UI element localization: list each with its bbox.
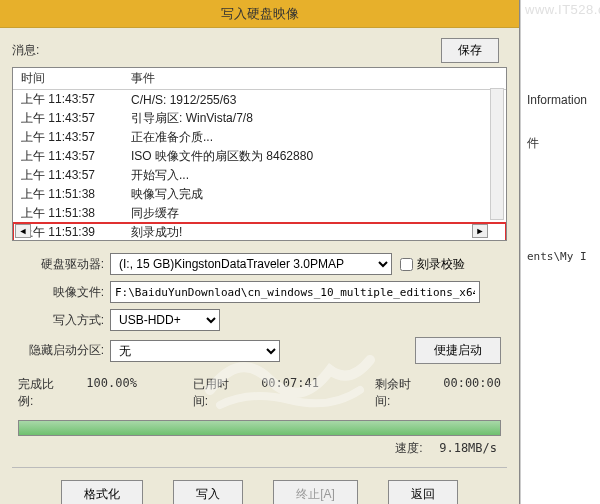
- write-mode-select[interactable]: USB-HDD+: [110, 309, 220, 331]
- drive-select[interactable]: (I:, 15 GB)KingstonDataTraveler 3.0PMAP: [110, 253, 392, 275]
- label-speed: 速度:: [395, 441, 422, 455]
- label-hidden-partition: 隐藏启动分区:: [18, 342, 110, 359]
- label-remain: 剩余时间:: [375, 376, 417, 410]
- log-row: 上午 11:51:38同步缓存: [13, 204, 506, 223]
- col-event[interactable]: 事件: [123, 68, 506, 90]
- progress-bar: [18, 420, 501, 436]
- write-disk-image-dialog: 写入硬盘映像 消息: 保存 时间 事件 上午 11:43:57C/H/S: 19…: [0, 0, 520, 504]
- speed-value: 9.18MB/s: [439, 441, 497, 455]
- verify-checkbox-input[interactable]: [400, 258, 413, 271]
- side-path-text: ents\My I: [521, 246, 600, 267]
- col-time[interactable]: 时间: [13, 68, 123, 90]
- label-elapsed: 已用时间:: [193, 376, 235, 410]
- easy-boot-button[interactable]: 便捷启动: [415, 337, 501, 364]
- done-value: 100.00%: [86, 376, 137, 410]
- label-done: 完成比例:: [18, 376, 60, 410]
- write-button[interactable]: 写入: [173, 480, 243, 504]
- image-file-field[interactable]: [110, 281, 480, 303]
- save-button[interactable]: 保存: [441, 38, 499, 63]
- format-button[interactable]: 格式化: [61, 480, 143, 504]
- scroll-left-icon[interactable]: ◄: [15, 224, 31, 238]
- log-row: 上午 11:43:57开始写入...: [13, 166, 506, 185]
- vertical-scrollbar[interactable]: [490, 88, 504, 220]
- log-row: 上午 11:43:57ISO 映像文件的扇区数为 8462880: [13, 147, 506, 166]
- message-label: 消息:: [12, 42, 39, 59]
- dialog-title: 写入硬盘映像: [0, 0, 519, 28]
- abort-button[interactable]: 终止[A]: [273, 480, 358, 504]
- side-suffix-text: 件: [521, 131, 600, 156]
- log-row: 上午 11:43:57正在准备介质...: [13, 128, 506, 147]
- verify-checkbox[interactable]: 刻录校验: [400, 256, 465, 273]
- label-write-mode: 写入方式:: [18, 312, 110, 329]
- scroll-right-icon[interactable]: ►: [472, 224, 488, 238]
- back-button[interactable]: 返回: [388, 480, 458, 504]
- side-info-text: Information: [521, 89, 600, 111]
- hidden-partition-select[interactable]: 无: [110, 340, 280, 362]
- watermark-text: www.IT528.com: [521, 0, 600, 19]
- log-area: 时间 事件 上午 11:43:57C/H/S: 1912/255/63 上午 1…: [12, 67, 507, 241]
- label-image: 映像文件:: [18, 284, 110, 301]
- remain-value: 00:00:00: [443, 376, 501, 410]
- label-drive: 硬盘驱动器:: [18, 256, 110, 273]
- log-row: 上午 11:43:57引导扇区: WinVista/7/8: [13, 109, 506, 128]
- elapsed-value: 00:07:41: [261, 376, 319, 410]
- log-row: 上午 11:43:57C/H/S: 1912/255/63: [13, 90, 506, 110]
- log-row: 上午 11:51:38映像写入完成: [13, 185, 506, 204]
- log-row: 上午 11:51:39刻录成功!: [13, 223, 506, 241]
